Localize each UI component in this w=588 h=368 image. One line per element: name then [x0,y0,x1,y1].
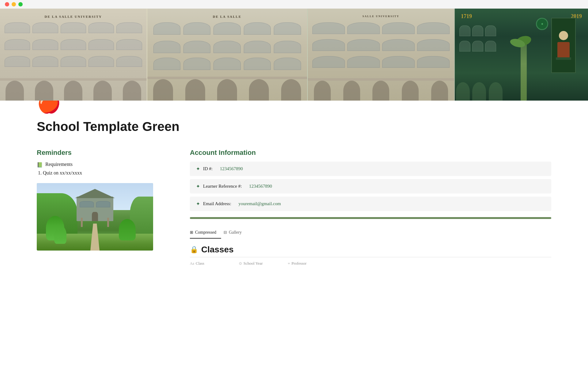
id-label: ID #: [203,166,213,171]
page-title: School Template Green [37,119,551,134]
quiz-item: Quiz on xx/xx/xxxx [43,170,165,176]
two-col-layout: Reminders 📗 Requirements Quiz on xx/xx/x… [37,149,551,267]
col-header-professor: ≡ Professor [288,260,337,267]
left-column: Reminders 📗 Requirements Quiz on xx/xx/x… [37,149,165,251]
professor-col-label: Professor [292,261,307,266]
email-value[interactable]: youremail@gmail.com [239,201,281,206]
email-star-icon: ✦ [196,201,200,207]
compressed-icon: ⊞ [190,230,193,235]
gate-post-right [107,218,109,227]
learner-value[interactable]: 1234567890 [249,184,272,189]
hero-section-3: SALLE UNIVERSITY [308,9,455,101]
classes-heading: Classes [201,245,234,255]
hero-section-4: 1719 2019 ✦ [455,9,588,101]
year-1719: 1719 [461,13,472,20]
tab-compressed[interactable]: ⊞ Compressed [190,228,221,239]
learner-star-icon: ✦ [196,183,200,189]
school-year-col-icon: ⊙ [239,261,242,266]
main-content: 🍎 School Template Green Reminders 📗 Requ… [0,91,588,286]
gate-post-left [81,218,83,227]
maximize-button[interactable] [18,2,23,6]
id-star-icon: ✦ [196,166,200,172]
col-header-school-year: ⊙ School Year [239,260,288,267]
account-heading: Account Information [190,149,551,157]
professor-col-icon: ≡ [288,261,290,266]
col-header-class: Aa Class [190,260,239,267]
learner-label: Learner Reference #: [203,184,242,189]
view-tabs: ⊞ Compressed ⊟ Gallery [190,228,551,239]
building-3: SALLE UNIVERSITY [308,9,454,101]
id-value[interactable]: 1234567890 [220,166,243,171]
learner-row: ✦ Learner Reference #: 1234567890 [190,179,551,194]
requirements-icon: 📗 [37,162,43,168]
illustration-path [90,224,100,251]
close-button[interactable] [5,2,9,6]
tab-gallery[interactable]: ⊟ Gallery [224,228,247,239]
gallery-icon: ⊟ [224,230,227,235]
building-1-text: DE LA SALLE UNIVERSITY [45,15,102,18]
class-col-icon: Aa [190,261,194,266]
requirements-item: 📗 Requirements [37,162,165,168]
quiz-list: Quiz on xx/xx/xxxx [43,170,165,176]
school-illustration [37,183,153,251]
divider-bar [190,217,551,219]
titlebar [0,0,588,9]
gallery-label: Gallery [229,230,242,235]
email-row: ✦ Email Address: youremail@gmail.com [190,197,551,211]
id-row: ✦ ID #: 1234567890 [190,162,551,176]
lock-icon: 🔒 [190,246,198,254]
table-columns: Aa Class ⊙ School Year ≡ Professor [190,257,551,267]
class-col-label: Class [196,261,204,266]
building-3-text: SALLE UNIVERSITY [363,15,399,18]
compressed-label: Compressed [195,230,216,235]
hero-section-1: DE LA SALLE UNIVERSITY [0,9,147,101]
building-1: DE LA SALLE UNIVERSITY [0,9,147,101]
email-label: Email Address: [203,201,231,206]
hero-banner: DE LA SALLE UNIVERSITY [0,9,588,101]
building-4: 1719 2019 ✦ [455,9,588,101]
page-wrapper: DE LA SALLE UNIVERSITY [0,9,588,286]
right-column: Account Information ✦ ID #: 1234567890 ✦… [190,149,551,267]
classes-heading-row: 🔒 Classes [190,245,551,255]
minimize-button[interactable] [12,2,16,6]
reminders-heading: Reminders [37,149,165,157]
building-2-text: DE LA SALLE [213,15,242,18]
illustration-building [77,197,113,221]
building-2: DE LA SALLE [147,9,307,101]
school-year-col-label: School Year [243,261,263,266]
hero-section-2: DE LA SALLE [147,9,308,101]
requirements-text: Requirements [45,162,73,167]
